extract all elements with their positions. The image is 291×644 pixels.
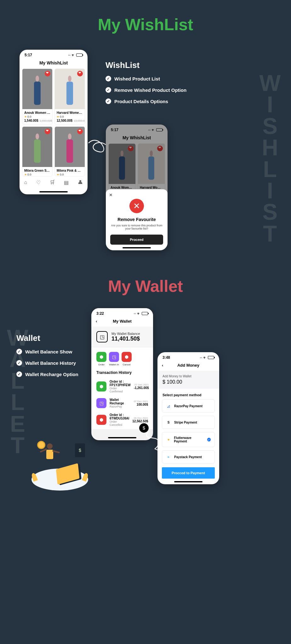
box-icon: ⬢ — [96, 381, 106, 391]
back-icon[interactable]: ‹ — [96, 319, 97, 324]
amount-value[interactable]: $ 100.00 — [163, 379, 214, 385]
page-title: Add Money — [157, 363, 219, 368]
heart-icon[interactable] — [45, 129, 50, 134]
stripe-icon: S — [166, 420, 171, 425]
home-indicator — [39, 191, 68, 192]
action-wallet-in[interactable]: ◳Wallet-In — [109, 352, 119, 366]
status-bar: 5:17 ◦◦ ᯤ — [20, 50, 88, 58]
status-time: 5:17 — [25, 53, 32, 57]
wifi-icon: ◦◦ ᯤ — [134, 312, 140, 315]
wallet-feature-item: ✓Wallet Balance Show — [16, 349, 78, 354]
phone-wishlist-modal: 5:17 ◦◦ ᯤ My WhishList Anouk Women Blu..… — [106, 125, 168, 250]
balance-label: My Wallet Balance — [111, 332, 140, 336]
product-name: Anouk Women Blu... — [22, 109, 52, 115]
payment-method-title: Select payment method — [157, 389, 219, 399]
heart-icon[interactable] — [45, 71, 50, 76]
error-circle-icon: ✕ — [129, 199, 144, 213]
product-card[interactable]: Mitera Pink & Gold... 0.0 — [54, 126, 85, 176]
home-indicator — [108, 437, 136, 438]
check-icon: ✓ — [16, 349, 22, 354]
bottom-tabbar: ⌂ ♡ 🛒︎ ▤ 👤︎ — [20, 176, 88, 191]
nav-header: ‹ Add Money — [157, 361, 219, 371]
box-icon: ⬢ — [96, 352, 106, 362]
product-rating: 0.0 — [55, 173, 85, 176]
cancel-icon: ⬢ — [96, 415, 106, 425]
phone-wishlist: 5:17 ◦◦ ᯤ My WhishList Anouk Women Blu..… — [20, 50, 88, 194]
add-money-fab[interactable]: $ — [139, 423, 149, 433]
cart-icon[interactable]: 🛒︎ — [50, 180, 55, 186]
cancel-icon: ⬢ — [122, 352, 132, 362]
product-name: Harvard Women Bl... — [55, 109, 85, 115]
check-icon: ✓ — [16, 371, 22, 377]
bg-text-wishlist: WISHLIST — [259, 72, 284, 244]
home-icon[interactable]: ⌂ — [24, 180, 27, 186]
wallet-actions: ⬢Order ◳Wallet-In ⬢Cancel — [91, 347, 153, 367]
sheet-text: Are you sure to remove this product from… — [110, 224, 163, 230]
section-title-wallet: My Wallet — [0, 277, 291, 296]
flutterwave-icon: ✦ — [166, 437, 171, 442]
status-time: 3:48 — [163, 355, 170, 360]
page-title: My WhishList — [20, 58, 88, 69]
wallet-in-icon: ◳ — [109, 352, 119, 362]
wishlist-feature-item: ✓Wished Product List — [106, 76, 186, 81]
wallet-balance-box: ◳ My Wallet Balance 11,401.50$ — [91, 327, 153, 347]
wallet-feature-item: ✓Wallet Balance History — [16, 360, 78, 366]
wishlist-feature-item: ✓Product Details Options — [106, 98, 186, 104]
section-title-wishlist: My WishList — [0, 15, 291, 34]
wishlist-feature-title: WishList — [106, 60, 186, 70]
product-name: Mitera Pink & Gold... — [55, 167, 85, 173]
status-bar: 3:22 ◦◦ ᯤ — [91, 308, 153, 317]
page-title: My Wallet — [91, 319, 153, 324]
battery-icon — [208, 356, 214, 359]
heart-outline-icon[interactable]: ♡ — [36, 180, 41, 186]
note-icon[interactable]: ▤ — [64, 180, 69, 186]
nav-header: ‹ My Wallet — [91, 317, 153, 327]
wallet-illustration: $ — [31, 434, 88, 491]
product-card[interactable]: Mitera Green Semi... 0.0 — [22, 126, 53, 176]
product-rating: 0.0 — [22, 173, 52, 176]
wishlist-features: WishList ✓Wished Product List ✓Remove Wi… — [106, 60, 186, 110]
home-indicator — [174, 481, 203, 482]
check-icon: ✓ — [106, 76, 111, 81]
proceed-button[interactable]: Proceed — [110, 235, 163, 245]
transaction-row[interactable]: ◳ Wallet RechargeRazorPay 07 Dec 2021100… — [91, 396, 153, 411]
phone-wallet: 3:22 ◦◦ ᯤ ‹ My Wallet ◳ My Wallet Balanc… — [91, 308, 153, 440]
proceed-payment-button[interactable]: Procced to Payment — [162, 467, 215, 479]
close-icon[interactable]: ✕ — [109, 192, 113, 197]
wallet-in-icon: ◳ — [96, 398, 106, 408]
check-icon: ✓ — [106, 87, 111, 93]
action-order[interactable]: ⬢Order — [96, 352, 106, 366]
wallet-feature-title: Wallet — [16, 333, 78, 343]
action-cancel[interactable]: ⬢Cancel — [122, 352, 132, 366]
sheet-title: Remove Favourite — [110, 217, 163, 222]
payment-method-stripe[interactable]: SStripe Payment — [162, 416, 215, 429]
wifi-icon: ◦◦ ᯤ — [68, 53, 75, 57]
payment-method-razorpay[interactable]: ◿RazorPay Payment — [162, 399, 215, 413]
paystack-icon: ≡ — [166, 454, 171, 459]
battery-icon — [76, 53, 83, 57]
status-bar: 3:48 ◦◦ ᯤ — [157, 352, 219, 361]
amount-label: Add Money to Wallet — [163, 375, 214, 378]
battery-icon — [142, 312, 148, 315]
back-icon[interactable]: ‹ — [162, 363, 163, 368]
add-money-amount-box: Add Money to Wallet $ 100.00 — [157, 371, 219, 389]
product-price: 1,540.00$1,650.00$ — [22, 118, 52, 124]
product-card[interactable]: Anouk Women Blu... 0.0 1,540.00$1,650.00… — [22, 69, 53, 125]
check-icon: ✓ — [16, 360, 22, 366]
user-icon[interactable]: 👤︎ — [78, 180, 83, 186]
transaction-row[interactable]: ⬢ Order id : FP1Y2PHFEWOrder Confirmed 0… — [91, 377, 153, 396]
status-time: 3:22 — [96, 311, 104, 316]
heart-icon[interactable] — [77, 71, 83, 76]
home-indicator — [123, 247, 151, 248]
selected-check-icon: ✓ — [207, 438, 211, 441]
product-name: Mitera Green Semi... — [22, 167, 52, 173]
wifi-icon: ◦◦ ᯤ — [200, 356, 207, 359]
payment-method-flutterwave[interactable]: ✦Flutterwave Payment✓ — [162, 432, 215, 447]
remove-favourite-sheet: ✕ ✕ Remove Favourite Are you sure to rem… — [106, 189, 168, 250]
payment-method-paystack[interactable]: ≡Paystack Payment — [162, 450, 215, 464]
product-card[interactable]: Harvard Women Bl... 0.0 12,500.00$13,550… — [54, 69, 85, 125]
check-icon: ✓ — [106, 98, 111, 104]
product-rating: 0.0 — [22, 115, 52, 118]
heart-icon[interactable] — [77, 129, 83, 134]
phone-add-money: 3:48 ◦◦ ᯤ ‹ Add Money Add Money to Walle… — [157, 352, 219, 484]
